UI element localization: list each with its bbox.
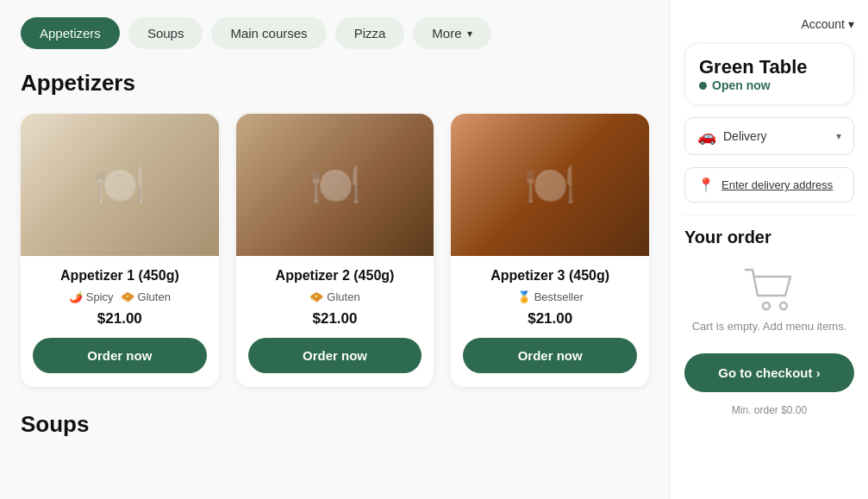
tab-main-courses[interactable]: Main courses [211,17,326,49]
appetizers-grid: Appetizer 1 (450g) 🌶️ Spicy 🧇 Gluten $21… [21,114,649,387]
appetizer-3-image [451,114,649,256]
appetizer-card-3: Appetizer 3 (450g) 🏅 Bestseller $21.00 O… [451,114,649,387]
checkout-button[interactable]: Go to checkout › [684,353,854,392]
spicy-icon: 🌶️ [69,290,83,303]
order-appetizer-2-button[interactable]: Order now [248,338,422,373]
sidebar: Account ▾ Green Table Open now 🚗 Deliver… [670,0,868,499]
delivery-chevron-icon: ▾ [836,130,841,142]
gluten-tag-2: 🧇 Gluten [309,290,359,303]
divider [684,215,854,215]
nav-tabs: Appetizers Soups Main courses Pizza More… [21,17,649,49]
appetizer-1-tags: 🌶️ Spicy 🧇 Gluten [33,290,207,303]
restaurant-info-card: Green Table Open now [684,43,854,105]
tab-soups[interactable]: Soups [128,17,203,49]
order-appetizer-3-button[interactable]: Order now [463,338,637,373]
address-row[interactable]: 📍 Enter delivery address [684,167,854,203]
appetizer-2-image [236,114,434,256]
bestseller-icon: 🏅 [517,290,531,303]
tab-appetizers[interactable]: Appetizers [21,17,120,49]
spicy-tag: 🌶️ Spicy [69,290,114,303]
gluten-icon: 🧇 [121,290,134,303]
gluten-icon-2: 🧇 [309,290,323,303]
restaurant-name: Green Table [699,56,840,78]
appetizer-card-2: Appetizer 2 (450g) 🧇 Gluten $21.00 Order… [236,114,434,387]
gluten-tag: 🧇 Gluten [121,290,171,303]
appetizer-3-price: $21.00 [463,310,637,327]
appetizers-section-title: Appetizers [21,70,649,97]
main-content: Appetizers Soups Main courses Pizza More… [0,0,670,499]
cart-icon [744,268,796,311]
chevron-down-icon: ▾ [467,28,472,40]
svg-point-0 [763,303,770,309]
open-status: Open now [699,78,840,92]
appetizer-1-price: $21.00 [33,310,207,327]
tab-pizza[interactable]: Pizza [335,17,405,49]
address-input[interactable]: Enter delivery address [721,178,833,191]
open-status-dot [699,82,707,90]
your-order-title: Your order [684,228,854,247]
account-button[interactable]: Account ▾ [801,17,854,31]
min-order-text: Min. order $0.00 [684,404,854,416]
appetizer-card-1: Appetizer 1 (450g) 🌶️ Spicy 🧇 Gluten $21… [21,114,219,387]
svg-point-1 [780,303,787,309]
account-chevron-icon: ▾ [848,17,854,31]
appetizer-2-price: $21.00 [248,310,422,327]
soups-section-title: Soups [21,411,649,438]
order-appetizer-1-button[interactable]: Order now [33,338,207,373]
appetizer-2-name: Appetizer 2 (450g) [248,268,422,284]
cart-empty-area: Cart is empty. Add menu items. [684,259,854,341]
appetizer-1-image [21,114,219,256]
appetizer-1-name: Appetizer 1 (450g) [33,268,207,284]
appetizer-2-tags: 🧇 Gluten [248,290,422,303]
appetizer-3-tags: 🏅 Bestseller [463,290,637,303]
cart-empty-message: Cart is empty. Add menu items. [692,320,847,333]
tab-more[interactable]: More ▾ [413,17,490,49]
location-pin-icon: 📍 [697,177,715,193]
bestseller-tag: 🏅 Bestseller [517,290,584,303]
delivery-selector[interactable]: 🚗 Delivery ▾ [684,117,854,155]
delivery-icon: 🚗 [697,127,716,146]
account-row: Account ▾ [684,17,854,31]
appetizer-3-name: Appetizer 3 (450g) [463,268,637,284]
